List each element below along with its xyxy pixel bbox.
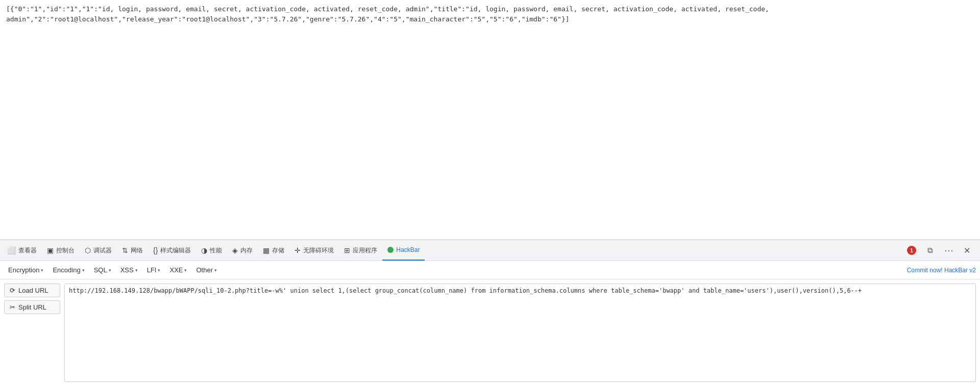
hackbar-toolbar: Encryption ▾ Encoding ▾ SQL ▾ XSS ▾ LFI … xyxy=(0,261,980,279)
style-icon: {} xyxy=(153,246,158,254)
tab-application[interactable]: ⊞ 应用程序 xyxy=(339,240,382,261)
encoding-label: Encoding xyxy=(53,266,80,274)
encryption-label: Encryption xyxy=(8,266,39,274)
more-icon: ⋯ xyxy=(944,245,953,256)
responsive-button[interactable]: ⧉ xyxy=(923,243,937,258)
lfi-arrow: ▾ xyxy=(158,268,160,273)
encoding-menu[interactable]: Encoding ▾ xyxy=(48,264,88,276)
tab-performance-label: 性能 xyxy=(210,246,222,255)
split-url-button[interactable]: ✂ Split URL xyxy=(4,300,60,314)
responsive-icon: ⧉ xyxy=(927,246,933,255)
application-icon: ⊞ xyxy=(344,246,350,254)
other-menu[interactable]: Other ▾ xyxy=(192,264,221,276)
hackbar-url-area: ⟳ Load URL ✂ Split URL xyxy=(0,279,980,386)
tab-inspector[interactable]: ⬜ 查看器 xyxy=(2,240,42,261)
tabbar-right: 1 ⧉ ⋯ ✕ xyxy=(904,243,978,258)
tab-storage[interactable]: ▦ 存储 xyxy=(258,240,289,261)
performance-icon: ◑ xyxy=(201,246,207,254)
sql-menu[interactable]: SQL ▾ xyxy=(90,264,115,276)
commit-now-label: Commit now! HackBar v2 xyxy=(907,267,976,274)
main-content-area: [{"0":"1","id":"1","1":"id, login, passw… xyxy=(0,0,980,240)
other-label: Other xyxy=(196,266,213,274)
tab-network-label: 网络 xyxy=(131,246,143,255)
other-arrow: ▾ xyxy=(214,268,217,273)
network-icon: ⇅ xyxy=(122,246,128,254)
inspector-icon: ⬜ xyxy=(7,246,16,254)
accessibility-icon: ✛ xyxy=(295,246,301,254)
load-url-button[interactable]: ⟳ Load URL xyxy=(4,284,60,297)
url-input[interactable] xyxy=(64,284,976,382)
tab-memory-label: 内存 xyxy=(240,246,253,255)
xss-label: XSS xyxy=(120,266,134,274)
tab-accessibility[interactable]: ✛ 无障碍环境 xyxy=(289,240,339,261)
hackbar-green-dot xyxy=(387,247,394,253)
xss-arrow: ▾ xyxy=(135,268,138,273)
tab-hackbar-label: HackBar xyxy=(396,246,420,253)
split-url-icon: ✂ xyxy=(10,303,15,311)
xxe-menu[interactable]: XXE ▾ xyxy=(165,264,191,276)
tab-hackbar[interactable]: HackBar xyxy=(382,240,425,261)
tab-debugger[interactable]: ⬡ 调试器 xyxy=(80,240,117,261)
json-output: [{"0":"1","id":"1","1":"id, login, passw… xyxy=(6,5,769,23)
tab-accessibility-label: 无障碍环境 xyxy=(303,246,334,255)
xxe-arrow: ▾ xyxy=(184,268,187,273)
tab-memory[interactable]: ◈ 内存 xyxy=(227,240,258,261)
console-icon: ▣ xyxy=(47,246,54,254)
encryption-menu[interactable]: Encryption ▾ xyxy=(4,264,47,276)
lfi-menu[interactable]: LFI ▾ xyxy=(143,264,165,276)
tab-style[interactable]: {} 样式编辑器 xyxy=(148,240,196,261)
memory-icon: ◈ xyxy=(232,246,238,254)
more-options-button[interactable]: ⋯ xyxy=(941,243,955,258)
lfi-label: LFI xyxy=(147,266,157,274)
notification-button[interactable]: 1 xyxy=(904,243,919,258)
url-input-wrapper xyxy=(64,284,976,382)
load-url-label: Load URL xyxy=(18,287,48,294)
hackbar-action-buttons: ⟳ Load URL ✂ Split URL xyxy=(4,284,60,314)
tab-debugger-label: 调试器 xyxy=(93,246,112,255)
load-url-icon: ⟳ xyxy=(10,287,15,294)
notification-badge: 1 xyxy=(907,246,916,255)
storage-icon: ▦ xyxy=(263,246,270,254)
tab-inspector-label: 查看器 xyxy=(18,246,37,255)
tab-application-label: 应用程序 xyxy=(353,246,377,255)
xss-menu[interactable]: XSS ▾ xyxy=(116,264,142,276)
split-url-label: Split URL xyxy=(18,303,46,311)
tab-console[interactable]: ▣ 控制台 xyxy=(42,240,80,261)
xxe-label: XXE xyxy=(169,266,183,274)
tab-storage-label: 存储 xyxy=(272,246,284,255)
tab-style-label: 样式编辑器 xyxy=(160,246,191,255)
sql-label: SQL xyxy=(94,266,107,274)
close-devtools-button[interactable]: ✕ xyxy=(960,243,974,258)
sql-arrow: ▾ xyxy=(109,268,111,273)
tab-performance[interactable]: ◑ 性能 xyxy=(196,240,227,261)
encoding-arrow: ▾ xyxy=(82,268,85,273)
tab-console-label: 控制台 xyxy=(56,246,75,255)
devtools-tabbar: ⬜ 查看器 ▣ 控制台 ⬡ 调试器 ⇅ 网络 {} 样式编辑器 ◑ 性能 ◈ 内… xyxy=(0,240,980,261)
tab-network[interactable]: ⇅ 网络 xyxy=(117,240,148,261)
close-icon: ✕ xyxy=(964,246,970,255)
encryption-arrow: ▾ xyxy=(41,268,43,273)
debugger-icon: ⬡ xyxy=(85,246,91,254)
